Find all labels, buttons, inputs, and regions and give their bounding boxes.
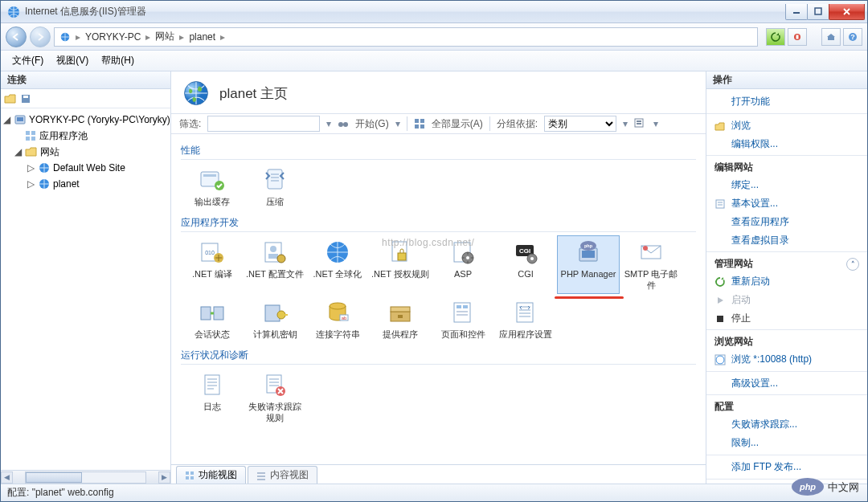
maximize-button[interactable] bbox=[807, 4, 829, 20]
svg-text:ab: ab bbox=[342, 316, 347, 320]
stop-icon-button[interactable] bbox=[788, 28, 807, 46]
group-performance: 性能 bbox=[181, 144, 696, 160]
action-view-virtual-directories[interactable]: 查看虚拟目录 bbox=[706, 231, 867, 250]
feat-net-globalization[interactable]: .NET 全球化 bbox=[306, 235, 369, 295]
nav-back-button[interactable] bbox=[6, 27, 27, 47]
menu-file[interactable]: 文件(F) bbox=[6, 51, 50, 70]
feat-connection-strings[interactable]: ab连接字符串 bbox=[306, 296, 369, 344]
feat-compression[interactable]: 压缩 bbox=[244, 163, 306, 211]
tree-server[interactable]: ◢ YORYKY-PC (Yoryky-PC\Yoryky) bbox=[1, 112, 170, 128]
action-advanced-settings[interactable]: 高级设置... bbox=[706, 374, 867, 393]
feat-net-profile[interactable]: .NET 配置文件 bbox=[244, 235, 306, 295]
scroll-thumb[interactable] bbox=[26, 472, 82, 483]
site-globe-icon bbox=[182, 80, 210, 107]
actions-panel: 操作 打开功能 浏览 编辑权限... 编辑网站 绑定... 基本设置... 查看… bbox=[706, 71, 867, 484]
actions-edit-site-header: 编辑网站 bbox=[706, 155, 867, 176]
feat-pages-controls[interactable]: 页面和控件 bbox=[432, 296, 494, 344]
tree-app-pools[interactable]: 应用程序池 bbox=[1, 128, 170, 144]
feat-logging[interactable]: 日志 bbox=[181, 368, 244, 427]
action-stop[interactable]: 停止 bbox=[706, 309, 867, 328]
site-globe-icon bbox=[38, 161, 51, 174]
tree-expand-icon[interactable]: ▷ bbox=[27, 178, 35, 190]
crumb-server[interactable]: YORYKY-PC bbox=[85, 31, 141, 43]
feat-machine-key[interactable]: 计算机密钥 bbox=[244, 296, 306, 344]
connections-tree[interactable]: ◢ YORYKY-PC (Yoryky-PC\Yoryky) 应用程序池 ◢ 网… bbox=[1, 108, 170, 470]
action-bindings[interactable]: 绑定... bbox=[706, 176, 867, 194]
save-connections-icon[interactable] bbox=[20, 93, 31, 104]
tree-default-web-site[interactable]: ▷ Default Web Site bbox=[1, 160, 170, 176]
nav-forward-button[interactable] bbox=[30, 27, 51, 47]
collapse-section-icon[interactable]: ˄ bbox=[846, 258, 859, 271]
feat-providers[interactable]: 提供程序 bbox=[369, 296, 432, 344]
svg-rect-80 bbox=[190, 476, 194, 480]
svg-rect-25 bbox=[420, 124, 424, 129]
action-restart[interactable]: 重新启动 bbox=[706, 272, 867, 291]
minimize-button[interactable] bbox=[785, 4, 808, 20]
folder-connect-icon[interactable] bbox=[4, 92, 17, 105]
feat-output-caching[interactable]: 输出缓存 bbox=[181, 163, 244, 211]
feat-session-state[interactable]: 会话状态 bbox=[181, 296, 244, 344]
feat-net-authorization[interactable]: .NET 授权规则 bbox=[369, 235, 432, 295]
action-add-ftp-publishing[interactable]: 添加 FTP 发布... bbox=[706, 458, 867, 476]
php-cn-logo: php 中文网 bbox=[790, 475, 862, 498]
feat-asp[interactable]: ASP bbox=[432, 235, 494, 295]
action-explore[interactable]: 浏览 bbox=[706, 116, 867, 135]
svg-rect-5 bbox=[796, 35, 799, 39]
svg-rect-38 bbox=[268, 254, 278, 259]
svg-text:中文网: 中文网 bbox=[828, 481, 859, 493]
help-button[interactable]: ? bbox=[843, 28, 862, 46]
action-open-feature[interactable]: 打开功能 bbox=[706, 92, 867, 111]
svg-rect-73 bbox=[517, 303, 533, 322]
feat-application-settings[interactable]: 应用程序设置 bbox=[494, 296, 557, 344]
tab-features-view[interactable]: 功能视图 bbox=[176, 466, 246, 484]
status-bar: 配置: "planet" web.config php 中文网 bbox=[1, 484, 867, 501]
refresh-button[interactable] bbox=[766, 28, 785, 46]
feat-failed-request-tracing[interactable]: 失败请求跟踪规则 bbox=[244, 368, 306, 427]
svg-rect-15 bbox=[31, 137, 35, 141]
scroll-left-icon[interactable]: ◀ bbox=[1, 471, 13, 484]
menu-help[interactable]: 帮助(H) bbox=[95, 51, 141, 70]
svg-rect-78 bbox=[190, 471, 194, 475]
tree-planet-site[interactable]: ▷ planet bbox=[1, 176, 170, 192]
tab-content-view[interactable]: 内容视图 bbox=[248, 466, 317, 484]
tree-sites[interactable]: ◢ 网站 bbox=[1, 144, 170, 160]
start-button[interactable]: 开始(G) bbox=[355, 117, 388, 131]
stop-icon bbox=[714, 313, 726, 324]
feat-php-manager[interactable]: phpPHP Manager bbox=[557, 235, 620, 295]
connections-header: 连接 bbox=[1, 71, 170, 89]
tree-collapse-icon[interactable]: ◢ bbox=[2, 114, 11, 125]
home-button[interactable] bbox=[821, 28, 841, 46]
action-failed-request-tracing[interactable]: 失败请求跟踪... bbox=[706, 415, 867, 434]
close-button[interactable] bbox=[829, 4, 865, 20]
binoculars-icon bbox=[338, 118, 349, 129]
showall-icon bbox=[414, 118, 425, 129]
scroll-right-icon[interactable]: ▶ bbox=[158, 471, 170, 484]
action-basic-settings[interactable]: 基本设置... bbox=[706, 194, 867, 213]
menu-view[interactable]: 视图(V) bbox=[50, 51, 95, 70]
left-hscroll[interactable]: ◀ ▶ bbox=[1, 470, 170, 484]
feat-cgi[interactable]: CGICGI bbox=[494, 235, 557, 295]
svg-rect-60 bbox=[285, 314, 288, 316]
feat-smtp-email[interactable]: SMTP 电子邮件 bbox=[620, 235, 682, 295]
tree-collapse-icon[interactable]: ◢ bbox=[14, 146, 23, 157]
view-options-icon[interactable] bbox=[634, 118, 647, 129]
action-limits[interactable]: 限制... bbox=[706, 434, 867, 452]
svg-rect-82 bbox=[257, 475, 265, 477]
action-view-applications[interactable]: 查看应用程序 bbox=[706, 213, 867, 231]
filter-input[interactable] bbox=[207, 116, 320, 132]
tree-expand-icon[interactable]: ▷ bbox=[27, 162, 35, 173]
svg-rect-72 bbox=[457, 314, 468, 316]
action-edit-permissions[interactable]: 编辑权限... bbox=[706, 135, 867, 153]
feature-content: http://blog.csdn.net/ 性能 输出缓存 压缩 应用程序开发 … bbox=[171, 134, 706, 464]
crumb-sites[interactable]: 网站 bbox=[155, 30, 174, 43]
feat-net-compilation[interactable]: 010.NET 编译 bbox=[181, 235, 244, 295]
showall-button[interactable]: 全部显示(A) bbox=[432, 117, 483, 131]
crumb-site[interactable]: planet bbox=[189, 31, 215, 43]
svg-rect-42 bbox=[398, 253, 406, 260]
iis-app-icon bbox=[7, 6, 20, 18]
svg-point-45 bbox=[466, 256, 469, 259]
address-bar[interactable]: ▸ YORYKY-PC ▸ 网站 ▸ planet ▸ bbox=[54, 27, 758, 47]
server-globe-icon bbox=[59, 31, 71, 43]
group-by-select[interactable]: 类别 bbox=[544, 116, 616, 132]
action-browse-http[interactable]: 浏览 *:10088 (http) bbox=[706, 350, 867, 369]
